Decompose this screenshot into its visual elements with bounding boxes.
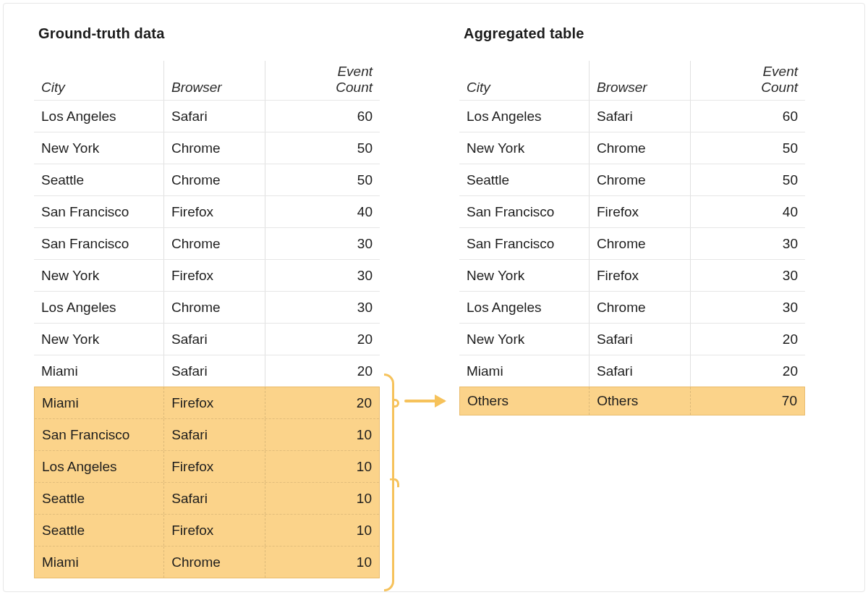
cell-event-count: 10 [265, 547, 379, 578]
cell-event-count: 50 [691, 164, 805, 195]
cell-city: New York [34, 132, 164, 164]
ground-truth-panel: Ground-truth data City Browser Event Cou… [34, 21, 380, 578]
cell-city: San Francisco [35, 419, 164, 450]
col-header-browser: Browser [164, 61, 265, 100]
cell-event-count: 30 [691, 292, 805, 323]
cell-browser: Chrome [590, 292, 691, 323]
cell-event-count: 10 [265, 419, 379, 450]
ground-truth-title: Ground-truth data [38, 25, 380, 42]
col-header-browser: Browser [590, 61, 691, 100]
table-row: SeattleChrome50 [459, 164, 805, 195]
cell-event-count: 50 [265, 132, 380, 164]
cell-event-count: 30 [691, 260, 805, 291]
cell-city: San Francisco [459, 196, 590, 227]
cell-event-count: 10 [265, 451, 379, 482]
cell-browser: Others [590, 387, 690, 415]
cell-event-count: 30 [265, 228, 380, 259]
cell-browser: Chrome [590, 164, 691, 195]
cell-city: San Francisco [34, 196, 164, 227]
cell-city: Miami [459, 355, 590, 387]
cell-browser: Firefox [590, 196, 691, 227]
cell-event-count: 10 [265, 483, 379, 514]
table-row: New YorkSafari20 [459, 323, 805, 355]
cell-event-count: 60 [265, 101, 380, 132]
cell-city: Miami [35, 547, 164, 578]
cell-city: Los Angeles [34, 101, 164, 132]
cell-city: New York [459, 260, 590, 291]
aggregated-header: City Browser Event Count [459, 61, 805, 100]
cell-city: Seattle [35, 515, 164, 546]
table-row: SeattleFirefox10 [35, 514, 379, 546]
table-row: New YorkChrome50 [459, 132, 805, 164]
cell-event-count: 40 [691, 196, 805, 227]
table-row: SeattleChrome50 [34, 164, 380, 195]
cell-city: Others [460, 387, 590, 415]
cell-event-count: 50 [265, 164, 380, 195]
arrow-right-icon [404, 400, 445, 402]
cell-browser: Chrome [164, 132, 265, 164]
cell-browser: Firefox [164, 515, 265, 546]
table-row: Los AngelesFirefox10 [35, 450, 379, 482]
cell-city: San Francisco [34, 228, 164, 259]
cell-city: Seattle [35, 483, 164, 514]
cell-city: Los Angeles [459, 101, 590, 132]
table-row: MiamiSafari20 [459, 355, 805, 387]
cell-event-count: 30 [265, 292, 380, 323]
cell-browser: Chrome [164, 164, 265, 195]
cell-browser: Safari [164, 483, 265, 514]
cell-city: Los Angeles [34, 292, 164, 323]
table-row: Los AngelesSafari60 [34, 100, 380, 132]
brace-icon [384, 374, 394, 591]
diagram-frame: Ground-truth data City Browser Event Cou… [3, 3, 865, 592]
cell-browser: Firefox [590, 260, 691, 291]
table-row: New YorkSafari20 [34, 323, 380, 355]
cell-browser: Chrome [164, 228, 265, 259]
col-header-event-count: Event Count [691, 61, 805, 100]
cell-city: New York [459, 132, 590, 164]
cell-browser: Safari [590, 355, 691, 387]
cell-event-count: 30 [691, 228, 805, 259]
cell-browser: Chrome [590, 228, 691, 259]
table-row: MiamiChrome10 [35, 546, 379, 578]
cell-event-count: 20 [265, 324, 380, 355]
cell-event-count: 70 [691, 387, 804, 415]
cell-browser: Chrome [164, 292, 265, 323]
cell-browser: Safari [590, 101, 691, 132]
col-header-event: Event [761, 64, 798, 80]
cell-event-count: 20 [265, 387, 379, 418]
cell-browser: Chrome [590, 132, 691, 164]
cell-event-count: 20 [691, 324, 805, 355]
cell-city: New York [34, 260, 164, 291]
aggregated-title: Aggregated table [464, 25, 805, 42]
ground-truth-body: Los AngelesSafari60New YorkChrome50Seatt… [34, 100, 380, 578]
cell-browser: Safari [164, 101, 265, 132]
cell-city: Seattle [34, 164, 164, 195]
table-row: New YorkFirefox30 [34, 259, 380, 291]
cell-browser: Chrome [164, 547, 265, 578]
table-row: San FranciscoChrome30 [34, 227, 380, 259]
cell-event-count: 10 [265, 515, 379, 546]
col-header-city: City [459, 61, 590, 100]
table-row: San FranciscoFirefox40 [34, 195, 380, 227]
col-header-event-count: Event Count [265, 61, 380, 100]
table-row: New YorkFirefox30 [459, 259, 805, 291]
table-row: MiamiSafari20 [34, 355, 380, 387]
cell-city: Los Angeles [459, 292, 590, 323]
cell-event-count: 20 [265, 355, 380, 387]
table-row: Los AngelesChrome30 [459, 291, 805, 323]
cell-event-count: 30 [265, 260, 380, 291]
cell-event-count: 60 [691, 101, 805, 132]
table-row: San FranciscoFirefox40 [459, 195, 805, 227]
col-header-city: City [34, 61, 164, 100]
ground-truth-header: City Browser Event Count [34, 61, 380, 100]
cell-city: New York [459, 324, 590, 355]
aggregation-connector [380, 21, 459, 586]
table-row: MiamiFirefox20 [35, 387, 379, 418]
cell-city: Seattle [459, 164, 590, 195]
col-header-count: Count [761, 80, 798, 96]
cell-event-count: 20 [691, 355, 805, 387]
cell-event-count: 40 [265, 196, 380, 227]
cell-city: San Francisco [459, 228, 590, 259]
cell-browser: Firefox [164, 196, 265, 227]
aggregated-panel: Aggregated table City Browser Event Coun… [459, 21, 805, 415]
